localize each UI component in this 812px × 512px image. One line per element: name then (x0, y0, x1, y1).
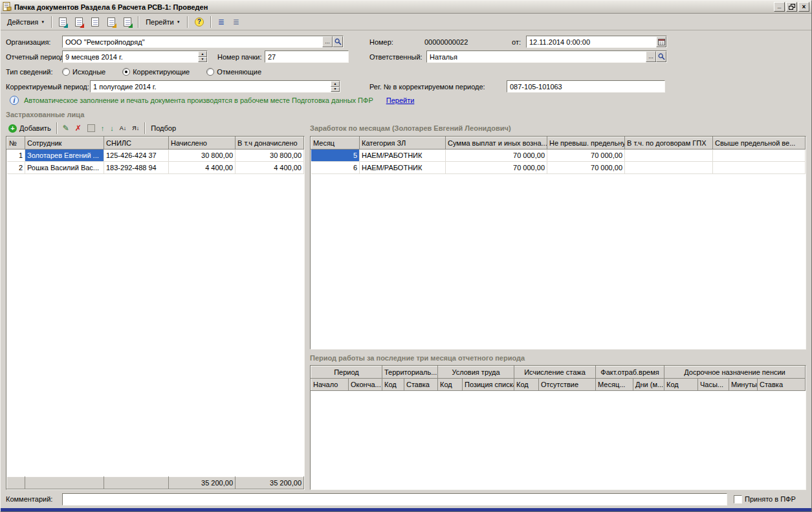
write-button[interactable] (55, 15, 71, 28)
related-documents-button[interactable]: ≣ (229, 15, 243, 28)
ellipsis-button[interactable]: ... (322, 36, 333, 47)
insured-panel: Застрахованные лица + Добавить ✎ ✗ ↑ ↓ А… (6, 111, 305, 490)
goto-link[interactable]: Перейти (386, 96, 415, 104)
cell-gph[interactable] (625, 162, 713, 174)
move-down-button[interactable]: ↓ (107, 122, 116, 135)
date-field[interactable]: 12.11.2014 0:00:00 (526, 36, 667, 48)
cell-category[interactable]: НАЕМ/РАБОТНИК (360, 150, 446, 162)
search-icon (335, 38, 342, 45)
cell-extra[interactable]: 30 800,00 (236, 150, 304, 162)
move-up-button[interactable]: ↑ (98, 122, 107, 135)
reread-button[interactable] (87, 15, 103, 28)
cell-accrued[interactable]: 4 400,00 (169, 162, 236, 174)
spin-up-icon[interactable]: ▲ (198, 51, 207, 57)
cell-num[interactable]: 2 (7, 162, 25, 174)
cell-month[interactable]: 5 (311, 150, 360, 162)
number-value[interactable]: 00000000022 (424, 38, 512, 46)
sort-asc-button[interactable]: А↓ (117, 122, 129, 135)
responsible-value: Наталья (430, 53, 646, 61)
copy-row-button[interactable] (85, 122, 98, 135)
cell-not-exceeding[interactable]: 70 000,00 (547, 150, 625, 162)
table-row[interactable]: 1 Золотарев Евгений ... 125-426-424 37 3… (7, 150, 304, 162)
col-header-gph: В т.ч. по договорам ГПХ (625, 137, 713, 150)
cell-over[interactable] (713, 150, 806, 162)
col-header-month: Месяц (311, 137, 360, 150)
pack-number-field[interactable]: 27 (265, 50, 349, 63)
cell-category[interactable]: НАЕМ/РАБОТНИК (360, 162, 446, 174)
responsible-field[interactable]: Наталья ... (426, 50, 667, 63)
search-button[interactable] (656, 51, 666, 62)
table-row[interactable]: 6 НАЕМ/РАБОТНИК 70 000,00 70 000,00 (311, 162, 806, 174)
search-button[interactable] (333, 36, 343, 47)
organization-field[interactable]: ООО "Ремстройподряд" ... (62, 36, 344, 48)
goto-menu-button[interactable]: Перейти ▼ (142, 15, 184, 28)
date-value: 12.11.2014 0:00:00 (529, 38, 656, 46)
structure-button[interactable]: ≣ (214, 15, 228, 28)
radio-korrektiruyushchie[interactable]: Корректирующие (122, 68, 190, 76)
unpost-document-icon (124, 17, 131, 27)
insured-grid-wrap: № Сотрудник СНИЛС Начислено В т.ч доначи… (6, 136, 305, 490)
cell-month[interactable]: 6 (311, 162, 360, 174)
period-stepper[interactable]: ▲▼ (198, 51, 207, 62)
organization-value: ООО "Ремстройподряд" (65, 38, 322, 46)
cell-sum[interactable]: 70 000,00 (446, 162, 547, 174)
table-row[interactable]: 5 НАЕМ/РАБОТНИК 70 000,00 70 000,00 (311, 150, 806, 162)
sort-desc-button[interactable]: Я↓ (129, 122, 142, 135)
spin-down-icon[interactable]: ▼ (198, 57, 207, 63)
corr-period-stepper[interactable]: ▲▼ (331, 81, 340, 92)
earnings-grid-wrap: Месяц Категория ЗЛ Сумма выплат и иных в… (310, 136, 806, 350)
cell-snils[interactable]: 125-426-424 37 (104, 150, 169, 162)
chevron-down-icon: ▼ (177, 20, 181, 24)
ellipsis-button[interactable]: ... (646, 51, 656, 62)
edit-button[interactable]: ✎ (60, 122, 72, 135)
insured-table-area[interactable]: № Сотрудник СНИЛС Начислено В т.ч доначи… (6, 137, 304, 476)
actions-menu-button[interactable]: Действия ▼ (3, 15, 49, 28)
restore-button[interactable] (786, 2, 797, 12)
calendar-button[interactable] (656, 36, 666, 47)
copy-document-button[interactable] (104, 15, 119, 28)
group-early-pension: Досрочное назначение пенсии (664, 366, 806, 379)
pick-button[interactable]: Подбор (148, 122, 179, 135)
cell-not-exceeding[interactable]: 70 000,00 (547, 162, 625, 174)
totals-empty-cell (104, 477, 169, 489)
accepted-pfr-checkbox[interactable]: Принято в ПФР (734, 495, 806, 504)
insured-header-row: № Сотрудник СНИЛС Начислено В т.ч доначи… (7, 137, 304, 150)
group-header-row: Период Территориаль... Условия труда Исч… (311, 366, 806, 379)
post-button[interactable] (71, 15, 87, 28)
cell-gph[interactable] (625, 150, 713, 162)
report-period-field[interactable]: 9 месяцев 2014 г. ▲▼ (62, 50, 208, 63)
work-period-table-area[interactable]: Период Территориаль... Условия труда Исч… (311, 366, 806, 489)
minimize-button[interactable]: _ (774, 2, 785, 12)
radio-ishodnye[interactable]: Исходные (62, 68, 105, 76)
column-header-row: Начало Оконча... Код Ставка Код Позиция … (311, 379, 806, 391)
close-button[interactable]: × (798, 2, 809, 12)
edit-pencil-icon: ✎ (63, 124, 69, 133)
cell-snils[interactable]: 183-292-488 94 (104, 162, 169, 174)
delete-button[interactable]: ✗ (72, 122, 84, 135)
cell-extra[interactable]: 4 400,00 (236, 162, 304, 174)
restore-icon (789, 4, 795, 10)
col-ep-code: Код (664, 379, 698, 391)
cell-sum[interactable]: 70 000,00 (446, 150, 547, 162)
earnings-table-area[interactable]: Месяц Категория ЗЛ Сумма выплат и иных в… (311, 137, 806, 349)
pack-number-value: 27 (268, 53, 348, 61)
col-header-snils: СНИЛС (104, 137, 169, 150)
main-toolbar: Действия ▼ Перейти ▼ ? ≣ ≣ (1, 14, 811, 30)
table-row[interactable]: 2 Рошка Василий Вас... 183-292-488 94 4 … (7, 162, 304, 174)
cell-accrued[interactable]: 30 800,00 (169, 150, 236, 162)
add-button[interactable]: + Добавить (6, 122, 54, 135)
reg-number-field[interactable]: 087-105-101063 (507, 80, 665, 93)
comment-field[interactable] (62, 493, 727, 506)
cell-employee[interactable]: Золотарев Евгений ... (25, 150, 104, 162)
cell-over[interactable] (713, 162, 806, 174)
help-button[interactable]: ? (191, 15, 208, 28)
titlebar: Пачка документов Раздела 6 Расчета РСВ-1… (1, 1, 811, 14)
corr-period-field[interactable]: 1 полугодие 2014 г. ▲▼ (90, 80, 340, 93)
radio-otmenyayushchie[interactable]: Отменяющие (206, 68, 261, 76)
cell-num[interactable]: 1 (7, 150, 25, 162)
cell-employee[interactable]: Рошка Василий Вас... (25, 162, 104, 174)
spin-up-icon[interactable]: ▲ (331, 81, 340, 87)
calendar-icon (658, 38, 665, 45)
spin-down-icon[interactable]: ▼ (331, 87, 340, 93)
unpost-button[interactable] (120, 15, 135, 28)
